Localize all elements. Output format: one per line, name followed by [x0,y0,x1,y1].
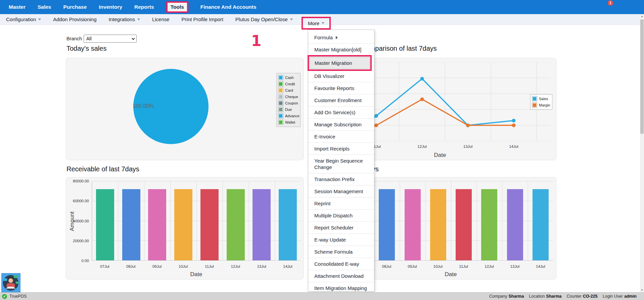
menu-item[interactable]: E-way Update [308,234,374,246]
bar-10Jul[interactable] [430,189,446,260]
session-info: CompanySharmaLocationSharmaCounterCO-225… [489,294,637,299]
legend-swatch [532,103,537,108]
subnav-item-label: Print Profile Import [182,16,223,22]
x-axis-title: Date [348,271,553,278]
truepos-mascot-image [1,273,20,292]
bar-09Jul[interactable] [148,189,166,260]
subnav-item[interactable]: Plutus Day Open/Close [235,16,293,22]
topnav-item[interactable]: Reports [134,4,154,10]
bar-plot-area[interactable] [92,181,301,261]
chevron-down-icon [38,18,41,20]
menu-item[interactable]: Report Scheduler [308,222,374,234]
menu-item[interactable]: Scheme Formula [308,246,374,258]
menu-item[interactable]: Import Receipts [308,143,374,155]
topnav-item[interactable]: Sales [38,4,51,10]
menu-item-label: DB Visualizer [314,73,344,79]
legend-swatch [278,88,283,93]
bar-11Jul[interactable] [456,189,472,260]
topnav-item[interactable]: Purchase [63,4,87,10]
truepos-dashboard: Master Sales Purchase Inventory Reports … [0,0,644,300]
bar-plot-area[interactable] [348,181,553,261]
bar-14Jul[interactable] [279,189,297,260]
bar-08Jul[interactable] [379,189,395,260]
menu-item[interactable]: Master Migration[old] [308,44,374,56]
legend-item: Coupon [278,101,298,105]
subnav-item-label: License [152,16,170,22]
menu-item[interactable]: Consolidated E-way [308,258,374,270]
branch-filter-row: Branch All [66,35,137,43]
bar-14Jul[interactable] [533,189,549,260]
sub-navbar: Configuration Addon Provisioning Integra… [0,14,644,25]
menu-item[interactable]: DB Visualizer [308,70,374,82]
bar-10Jul[interactable] [174,189,192,260]
mascot-illustration [2,273,20,292]
x-tick-label: 12Jul [476,264,502,270]
line-legend: Sales Margin [530,94,552,110]
session-field-label: Login User [603,294,623,299]
subnav-item[interactable]: More [302,17,331,30]
session-field: Login Useradmin [603,294,637,299]
status-ok-check-icon: ✓ [2,294,7,299]
bar-13Jul[interactable] [507,189,523,260]
x-axis-title: Date [92,271,301,278]
menu-item[interactable]: E-Invoice [308,131,374,143]
bar-13Jul[interactable] [252,189,271,260]
legend-swatch [278,114,283,118]
receivable-chart-panel: Amount 80000.0060000.0040000.0020000.000… [66,177,304,280]
branch-select[interactable]: All [84,35,137,43]
menu-item[interactable]: Add On Service(s) [308,106,374,119]
y-tick-label: 0.00 [82,259,89,263]
subnav-item[interactable]: Integrations [109,16,140,22]
chevron-down-icon [132,37,135,40]
topnav-item[interactable]: Finance And Accounts [200,4,257,10]
subnav-item[interactable]: License [152,16,170,22]
menu-item[interactable]: Session Management [308,185,374,198]
subnav-item[interactable]: Print Profile Import [182,16,223,22]
menu-item[interactable]: Manage Subscription [308,119,374,131]
scroll-up-arrow-icon[interactable]: ▲ [640,15,644,18]
menu-item[interactable]: Attachment Download [308,270,374,282]
topnav-item[interactable]: Inventory [99,4,122,10]
bar-12Jul[interactable] [227,189,245,260]
bar-11Jul[interactable] [200,189,219,260]
x-axis-labels: 07Jul08Jul09Jul10Jul11Jul12Jul13Jul14Jul [92,264,301,270]
x-tick-label: 14Jul [509,144,518,148]
subnav-item-label: Configuration [6,16,36,22]
vertical-scrollbar[interactable]: ▲ ▼ [640,14,644,292]
y-tick-label: 80000.00 [73,179,89,183]
menu-item[interactable]: Customer Enrollment [308,94,374,106]
menu-item[interactable]: Transaction Prefix [308,173,374,185]
menu-item[interactable]: Favourite Reports [308,82,374,94]
bar-07Jul[interactable] [96,189,114,260]
legend-swatch [532,96,537,101]
scroll-down-arrow-icon[interactable]: ▼ [640,289,644,292]
subnav-item[interactable]: Addon Provisioning [53,16,96,22]
bar-slot [92,181,118,260]
bar-slot [144,181,171,260]
bar-slot [223,181,249,260]
menu-item[interactable]: Master Migration [309,57,370,69]
bar-09Jul[interactable] [405,189,421,260]
bar-slot [118,181,144,260]
session-field-value: CO-225 [583,294,598,299]
x-tick-label: 14Jul [528,264,553,270]
subnav-item-label: Addon Provisioning [53,16,96,22]
top-navbar: Master Sales Purchase Inventory Reports … [0,0,644,14]
legend-label: Due [285,108,292,112]
menu-item[interactable]: Reprint [308,198,374,210]
subnav-item[interactable]: Configuration [6,16,41,22]
scrollbar-thumb[interactable] [640,19,644,134]
topnav-item[interactable]: Tools [166,1,188,13]
more-dropdown-menu: Formula Master Migration[old] Master Mig… [308,30,374,292]
topnav-item[interactable]: Master [9,4,26,10]
bar-12Jul[interactable] [481,189,497,260]
legend-label: Cash [285,76,294,80]
bar-08Jul[interactable] [122,189,140,260]
menu-item[interactable]: Year Begin Sequence Change [308,155,374,173]
x-tick-label: 09Jul [144,264,170,270]
menu-item-label: E-Invoice [314,133,335,140]
chevron-down-icon [137,18,140,20]
menu-item[interactable]: Formula [308,32,374,44]
menu-item[interactable]: Multiple Dispatch [308,210,374,222]
legend-item: Sales [532,96,550,101]
